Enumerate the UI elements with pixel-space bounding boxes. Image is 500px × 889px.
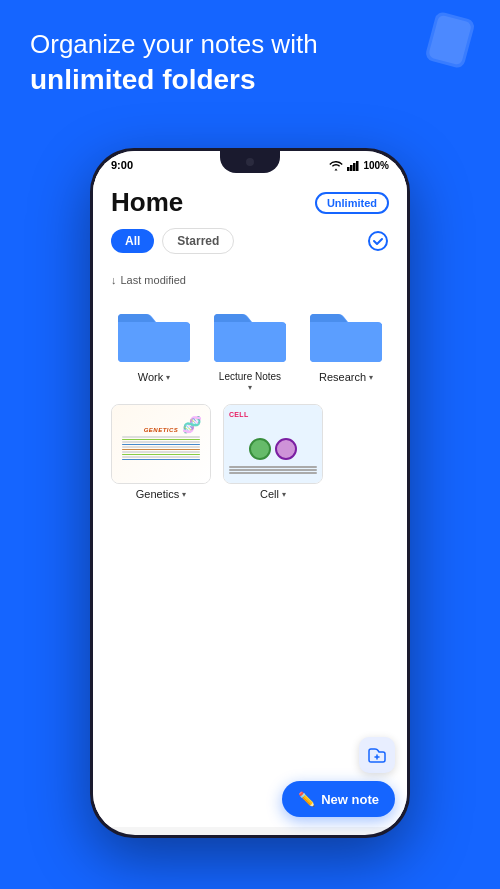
folders-grid: Work ▾ Lecture Notes ▾ bbox=[93, 294, 407, 396]
folder-label-lecture-notes: Lecture Notes bbox=[219, 371, 281, 383]
folder-add-icon bbox=[368, 747, 386, 763]
folder-icon-lecture-notes bbox=[210, 302, 290, 367]
cell-shapes bbox=[249, 438, 297, 460]
chevron-down-icon-3: ▾ bbox=[369, 373, 373, 382]
page-title: Home bbox=[111, 187, 183, 218]
svg-rect-5 bbox=[356, 161, 359, 171]
tab-all[interactable]: All bbox=[111, 229, 154, 253]
cell-shape-green bbox=[249, 438, 271, 460]
svg-rect-3 bbox=[350, 165, 353, 171]
fab-folder-button[interactable] bbox=[359, 737, 395, 773]
folder-label-work: Work bbox=[138, 371, 163, 383]
hero-line1: Organize your notes with bbox=[30, 28, 470, 62]
new-note-button[interactable]: ✏️ New note bbox=[282, 781, 395, 817]
note-thumb-cell: CELL bbox=[223, 404, 323, 484]
note-label-cell: Cell bbox=[260, 488, 279, 500]
sort-row: ↓ Last modified bbox=[93, 270, 407, 294]
battery-text: 100% bbox=[363, 160, 389, 171]
note-thumb-genetics: GENETICS bbox=[111, 404, 211, 484]
sort-arrow-icon: ↓ bbox=[111, 274, 117, 286]
folder-icon-work bbox=[114, 302, 194, 367]
signal-icon bbox=[347, 160, 359, 171]
camera-dot bbox=[246, 158, 254, 166]
hero-section: Organize your notes with unlimited folde… bbox=[30, 28, 470, 98]
cell-note-lines bbox=[229, 465, 317, 476]
new-note-label: New note bbox=[321, 792, 379, 807]
note-label-genetics: Genetics bbox=[136, 488, 179, 500]
folder-label-research: Research bbox=[319, 371, 366, 383]
app-content: Home Unlimited All Starred ↓ bbox=[93, 175, 407, 827]
wifi-icon bbox=[329, 160, 343, 171]
hero-line2: unlimited folders bbox=[30, 62, 470, 98]
status-icons: 100% bbox=[329, 160, 389, 171]
status-time: 9:00 bbox=[111, 159, 133, 171]
chevron-down-icon: ▾ bbox=[166, 373, 170, 382]
fab-area: ✏️ New note bbox=[282, 737, 395, 817]
check-icon[interactable] bbox=[367, 230, 389, 252]
tab-starred[interactable]: Starred bbox=[162, 228, 234, 254]
folder-item-research[interactable]: Research ▾ bbox=[303, 302, 389, 392]
cell-shape-purple bbox=[275, 438, 297, 460]
note-item-cell[interactable]: CELL Cel bbox=[223, 404, 323, 500]
edit-icon: ✏️ bbox=[298, 791, 315, 807]
svg-rect-4 bbox=[353, 163, 356, 171]
svg-rect-2 bbox=[347, 167, 350, 171]
chevron-down-icon-4: ▾ bbox=[182, 490, 186, 499]
unlimited-badge[interactable]: Unlimited bbox=[315, 192, 389, 214]
chevron-down-icon-5: ▾ bbox=[282, 490, 286, 499]
folder-item-work[interactable]: Work ▾ bbox=[111, 302, 197, 392]
svg-point-6 bbox=[369, 232, 387, 250]
note-item-genetics[interactable]: GENETICS bbox=[111, 404, 211, 500]
tab-bar: All Starred bbox=[111, 228, 389, 254]
chevron-down-icon-2: ▾ bbox=[248, 383, 252, 392]
notes-grid: GENETICS bbox=[93, 396, 407, 504]
dna-spiral-icon: 🧬 bbox=[182, 415, 202, 434]
app-header: Home Unlimited All Starred bbox=[93, 175, 407, 270]
folder-item-lecture-notes[interactable]: Lecture Notes ▾ bbox=[207, 302, 293, 392]
genetics-lines bbox=[122, 435, 200, 461]
sort-label[interactable]: Last modified bbox=[121, 274, 186, 286]
phone-notch bbox=[220, 151, 280, 173]
phone-mockup: 9:00 100% bbox=[90, 148, 410, 838]
folder-icon-research bbox=[306, 302, 386, 367]
